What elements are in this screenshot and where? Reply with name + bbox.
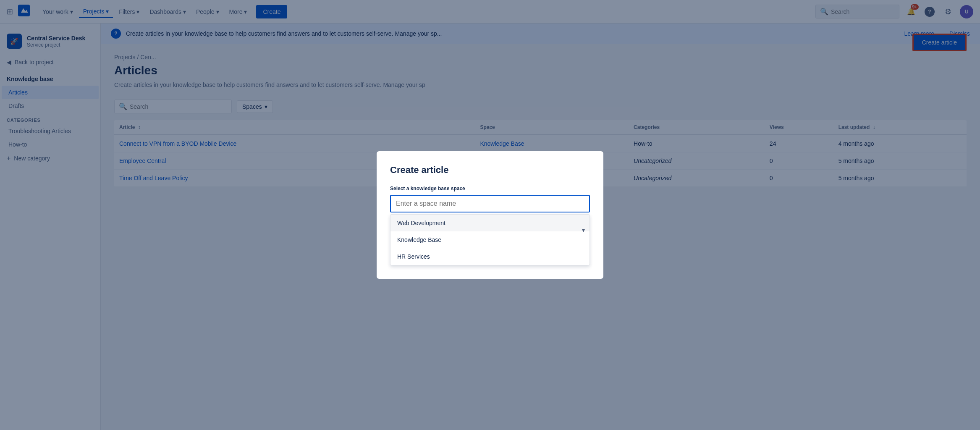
dropdown-item-knowledge-base[interactable]: Knowledge Base: [390, 231, 590, 248]
modal-overlay[interactable]: Create article Select a knowledge base s…: [0, 0, 980, 430]
space-name-input[interactable]: [390, 195, 590, 212]
modal-title: Create article: [390, 165, 590, 176]
create-article-modal: Create article Select a knowledge base s…: [377, 151, 603, 279]
dropdown-item-hr-services[interactable]: HR Services: [390, 248, 590, 265]
dropdown-item-web-dev[interactable]: Web Development: [390, 215, 590, 231]
space-dropdown: Web Development Knowledge Base HR Servic…: [390, 214, 590, 265]
modal-select-wrapper: ▾ Web Development Knowledge Base HR Serv…: [390, 195, 590, 265]
modal-label: Select a knowledge base space: [390, 186, 590, 191]
